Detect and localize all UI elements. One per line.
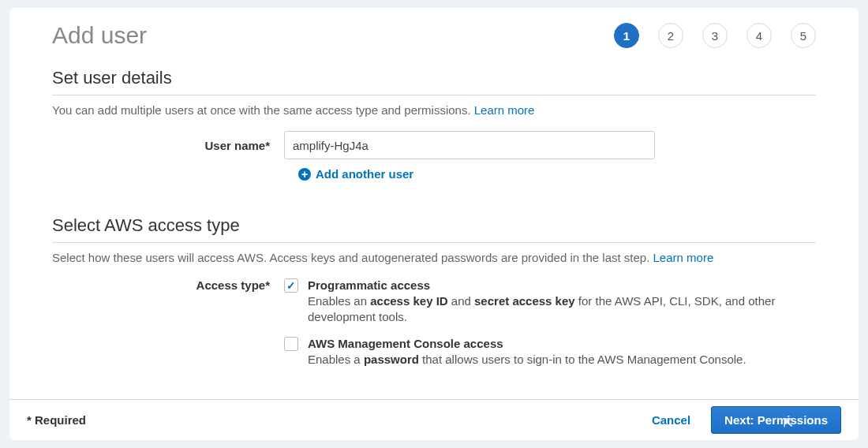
section-access-type-heading: Select AWS access type [52,215,816,236]
add-another-user-label: Add another user [316,167,413,181]
add-another-user-button[interactable]: + Add another user [298,167,816,181]
wizard-steps: 1 2 3 4 5 [614,23,816,48]
divider [52,95,816,95]
opt1-prefix: Enables a [308,353,364,366]
step-4[interactable]: 4 [746,23,772,48]
opt0-mid: and [448,294,474,308]
details-desc-text: You can add multiple users at once with … [52,103,471,117]
learn-more-link-details[interactable]: Learn more [474,103,535,117]
step-1[interactable]: 1 [614,23,639,48]
opt0-bold1: access key ID [370,294,447,308]
step-5[interactable]: 5 [791,23,816,48]
footer-bar: * Required Cancel Next: Permissions ⇱ [9,399,859,440]
access-type-row-programmatic: Access type* Programmatic access Enables… [52,278,816,326]
username-row: User name* [52,131,816,159]
checkbox-programmatic-access[interactable] [284,278,298,293]
option-programmatic-title: Programmatic access [308,278,813,292]
section-set-user-details-heading: Set user details [52,68,816,88]
opt0-prefix: Enables an [308,294,370,308]
checkbox-console-access[interactable] [284,337,298,351]
access-desc-text: Select how these users will access AWS. … [52,251,649,264]
access-type-row-console: AWS Management Console access Enables a … [52,337,816,368]
step-2[interactable]: 2 [658,23,683,48]
option-programmatic-desc: Enables an access key ID and secret acce… [308,293,813,326]
section-set-user-details-description: You can add multiple users at once with … [52,103,816,117]
option-console-title: AWS Management Console access [308,337,813,350]
opt1-suffix: that allows users to sign-in to the AWS … [419,353,746,366]
plus-circle-icon: + [298,168,311,181]
next-permissions-button[interactable]: Next: Permissions ⇱ [711,406,841,434]
opt0-bold2: secret access key [474,294,575,308]
divider [52,242,816,243]
page-title: Add user [52,22,147,49]
access-type-label: Access type* [52,278,284,292]
header: Add user 1 2 3 4 5 [9,8,859,49]
step-3[interactable]: 3 [702,23,728,48]
option-console-desc: Enables a password that allows users to … [308,352,813,368]
section-access-type-description: Select how these users will access AWS. … [52,251,816,264]
add-user-card: Add user 1 2 3 4 5 Set user details You … [9,8,859,440]
username-input[interactable] [284,131,655,159]
opt1-bold1: password [364,353,419,366]
username-label: User name* [52,139,284,152]
learn-more-link-access[interactable]: Learn more [653,251,714,264]
required-indicator: * Required [27,413,86,427]
cancel-button[interactable]: Cancel [652,413,690,427]
next-button-label: Next: Permissions [724,413,828,427]
